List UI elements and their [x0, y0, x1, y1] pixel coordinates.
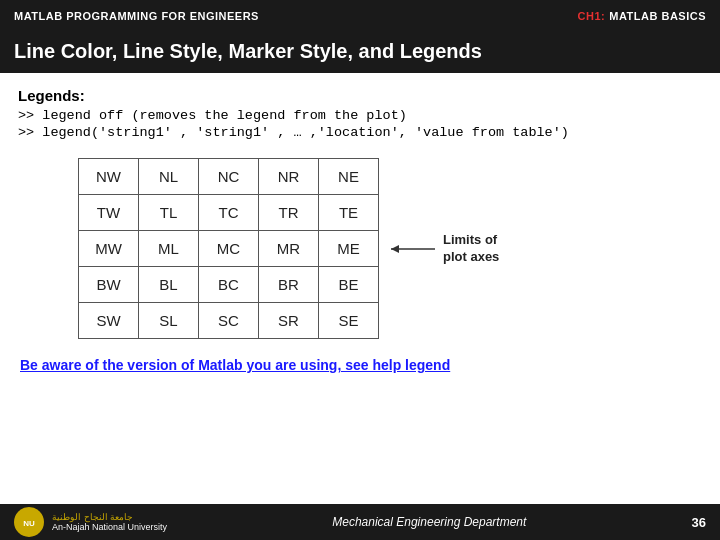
table-row: TWTLTCTRTE: [79, 195, 379, 231]
table-cell: NR: [259, 159, 319, 195]
table-row: SWSLSCSRSE: [79, 303, 379, 339]
footer-bar: NU جامعة النجاح الوطنية An-Najah Nationa…: [0, 504, 720, 540]
table-cell: TR: [259, 195, 319, 231]
table-row: BWBLBCBRBE: [79, 267, 379, 303]
arrow-label-area: Limits of plot axes: [387, 232, 499, 266]
logo-text: جامعة النجاح الوطنية An-Najah National U…: [52, 512, 167, 532]
header-chapter: CH1:: [578, 10, 606, 22]
header-left-label: MATLAB PROGRAMMING FOR ENGINEERS: [14, 10, 259, 22]
table-cell: SR: [259, 303, 319, 339]
table-cell: MR: [259, 231, 319, 267]
table-cell: TL: [139, 195, 199, 231]
main-content: Legends: >> legend off (removes the lege…: [0, 73, 720, 381]
table-cell: BR: [259, 267, 319, 303]
table-cell: TW: [79, 195, 139, 231]
table-cell: NC: [199, 159, 259, 195]
table-cell: NE: [319, 159, 379, 195]
table-row: MWMLMCMRME: [79, 231, 379, 267]
table-cell: MW: [79, 231, 139, 267]
code-line-2: >> legend('string1' , 'string1' , … ,'lo…: [18, 125, 702, 140]
table-cell: NW: [79, 159, 139, 195]
table-cell: SC: [199, 303, 259, 339]
table-area: NWNLNCNRNETWTLTCTRTEMWMLMCMRMEBWBLBCBRBE…: [78, 158, 702, 339]
arrow-icon: [387, 239, 437, 259]
page-title: Line Color, Line Style, Marker Style, an…: [0, 32, 720, 73]
table-cell: BW: [79, 267, 139, 303]
table-cell: TC: [199, 195, 259, 231]
legend-table: NWNLNCNRNETWTLTCTRTEMWMLMCMRMEBWBLBCBRBE…: [78, 158, 379, 339]
table-cell: BE: [319, 267, 379, 303]
table-cell: SE: [319, 303, 379, 339]
table-cell: ML: [139, 231, 199, 267]
table-cell: SL: [139, 303, 199, 339]
footer-dept: Mechanical Engineering Department: [332, 515, 526, 529]
table-cell: SW: [79, 303, 139, 339]
university-logo: NU: [14, 507, 44, 537]
table-cell: BL: [139, 267, 199, 303]
table-row: NWNLNCNRNE: [79, 159, 379, 195]
legends-heading: Legends:: [18, 87, 702, 104]
svg-marker-1: [391, 245, 399, 253]
header-right-label: CH1:MATLAB BASICS: [578, 10, 706, 22]
bottom-link[interactable]: Be aware of the version of Matlab you ar…: [20, 357, 702, 373]
svg-text:NU: NU: [23, 519, 35, 528]
table-cell: BC: [199, 267, 259, 303]
table-cell: MC: [199, 231, 259, 267]
limits-label: Limits of plot axes: [443, 232, 499, 266]
logo-arabic: جامعة النجاح الوطنية: [52, 512, 167, 522]
logo-english: An-Najah National University: [52, 522, 167, 532]
table-cell: TE: [319, 195, 379, 231]
code-line-1: >> legend off (removes the legend from t…: [18, 108, 702, 123]
footer-page-number: 36: [692, 515, 706, 530]
header-bar: MATLAB PROGRAMMING FOR ENGINEERS CH1:MAT…: [0, 0, 720, 32]
table-cell: ME: [319, 231, 379, 267]
table-cell: NL: [139, 159, 199, 195]
footer-logo: NU جامعة النجاح الوطنية An-Najah Nationa…: [14, 507, 167, 537]
